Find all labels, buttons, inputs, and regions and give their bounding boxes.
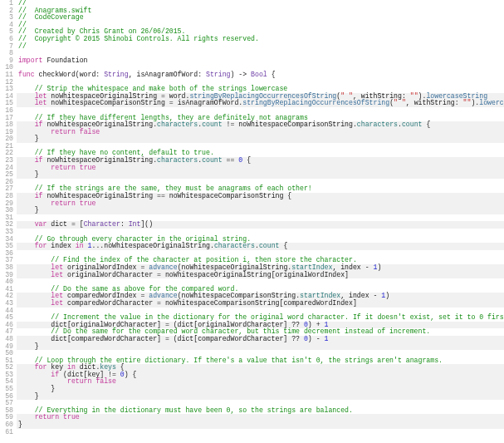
token-text [18,220,35,228]
code-line[interactable]: // Everything in the dictionary must hav… [17,407,504,415]
token-text [18,242,35,249]
token-type: Bool [251,71,267,78]
token-comment: // [18,42,27,50]
token-keyword: return [35,413,59,421]
token-ident: count [259,242,280,249]
code-line[interactable]: } [17,393,504,401]
token-text: != noWhitespaceComparisonString. [223,121,357,128]
code-line[interactable]: // Copyright © 2015 Shinobi Controls. Al… [17,36,504,43]
code-line[interactable]: return false [17,378,504,386]
token-keyword: return [51,164,75,171]
token-text: } [18,206,39,214]
token-bool: false [95,377,116,385]
code-line[interactable]: let noWhitespaceComparisonString = isAna… [17,100,504,107]
token-text: { [267,71,276,78]
token-text: index [46,242,75,249]
token-text: , withString: [406,99,463,106]
token-text: } [18,135,39,142]
token-keyword: import [18,57,42,64]
code-area[interactable]: //// Anagrams.swift// CodeCoverage//// C… [17,0,504,443]
code-line[interactable]: var dict = [Character: Int]() [17,221,504,229]
token-text: ) [385,292,389,299]
token-text: ) [377,263,381,271]
code-line[interactable]: } [17,171,504,179]
code-line[interactable] [17,429,504,436]
token-num: 1 [325,335,329,342]
code-line[interactable]: dict[comparedWordCharacter] = (dict[comp… [17,336,504,343]
token-ident: count [402,121,423,128]
code-line[interactable]: return false [17,129,504,136]
token-text: { [242,156,251,164]
code-line[interactable]: return true [17,414,504,421]
token-bool: false [80,128,100,135]
token-ident: characters [214,242,255,249]
token-text: ]() [140,220,153,228]
token-method: lowercaseString [479,99,504,106]
code-line[interactable]: for index in 1...noWhitespaceOriginalStr… [17,243,504,250]
code-line[interactable] [17,50,504,57]
code-line[interactable]: return true [17,200,504,208]
token-text: { [280,242,288,249]
token-text: { [422,121,430,128]
code-line[interactable]: } [17,421,504,429]
token-ident: characters [157,156,198,164]
token-ident: count [202,156,223,164]
token-text: noWhitespaceComparisonString = isAnagram… [46,99,242,106]
token-keyword: return [67,377,91,385]
code-line[interactable]: func checkWord(word: String, isAnagramOf… [17,71,504,79]
token-keyword: let [51,271,63,278]
token-text [18,299,51,307]
code-line[interactable]: } [17,343,504,351]
token-text: } [18,421,22,428]
code-line[interactable]: let comparedWordCharacter = noWhitespace… [17,300,504,308]
token-text [18,271,51,278]
token-text: dict = [ [46,220,83,228]
token-text: dict[comparedWordCharacter] = (dict[comp… [18,335,304,342]
code-line[interactable]: // [17,43,504,51]
token-text: == [223,156,239,164]
token-text: originalWordCharacter = noWhitespaceOrig… [63,271,349,278]
code-line[interactable]: return true [17,165,504,172]
token-keyword: let [35,99,47,106]
token-keyword: return [51,128,75,135]
token-text: checkWord(word: [35,71,105,78]
code-line[interactable]: } [17,135,504,143]
token-comment: // Everything in the dictionary must hav… [35,406,353,414]
line-number: 61 [0,429,13,436]
token-keyword: return [51,199,75,207]
token-type: Int [129,220,141,228]
token-comment: // Copyright © 2015 Shinobi Controls. Al… [18,35,259,42]
token-bool: true [80,164,96,171]
code-line[interactable]: // Anagrams.swift [17,7,504,15]
token-keyword: func [18,71,35,78]
token-text [18,99,35,106]
token-ident: characters [157,121,198,128]
token-text: } [18,170,39,178]
code-editor[interactable]: 1234567891011121314151617181920212223242… [0,0,504,443]
token-type: String [104,71,128,78]
token-ident: count [202,121,223,128]
code-line[interactable]: import Foundation [17,57,504,65]
token-type: Character [84,220,120,228]
token-text: , isAnagramOfWord: [129,71,206,78]
code-line[interactable]: } [17,386,504,393]
token-keyword: in [76,242,84,249]
token-text: ) { [125,371,137,378]
token-keyword: let [51,299,63,307]
token-string: "" [463,99,472,106]
token-text: Foundation [42,57,87,64]
code-line[interactable]: let originalWordCharacter = noWhitespace… [17,272,504,279]
token-type: String [206,71,230,78]
code-line[interactable]: // CodeCoverage [17,14,504,22]
token-text: } [18,392,39,400]
token-comment: // CodeCoverage [18,13,84,21]
token-text: ) - [308,335,325,342]
token-method: stringByReplacingOccurrencesOfString [242,99,389,106]
token-bool: true [63,413,80,421]
token-text: : [120,220,129,228]
token-text: } [18,342,39,350]
token-text: ...noWhitespaceOriginalString. [91,242,213,249]
token-text: ) -> [231,71,252,78]
token-bool: true [80,199,96,207]
code-line[interactable]: } [17,207,504,214]
